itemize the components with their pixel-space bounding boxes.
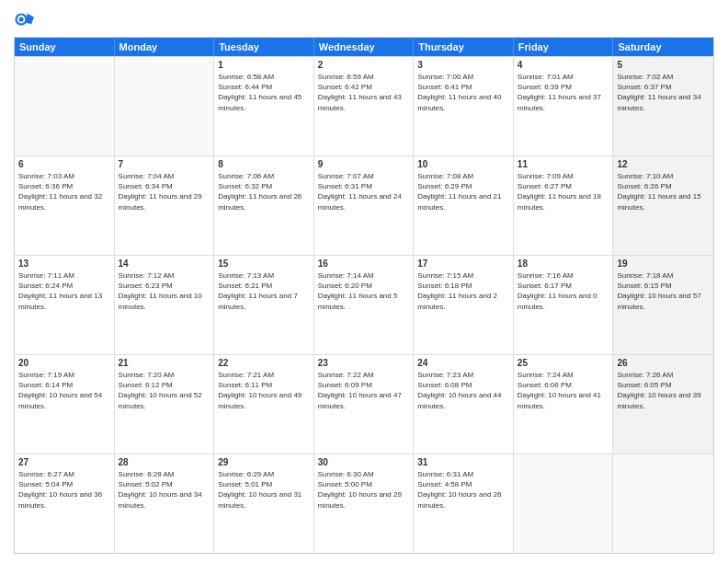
cal-cell-0-3: 2Sunrise: 6:59 AM Sunset: 6:42 PM Daylig…: [314, 57, 415, 155]
svg-point-2: [19, 17, 24, 21]
cell-info: Sunrise: 7:26 AM Sunset: 6:05 PM Dayligh…: [617, 370, 710, 411]
cal-cell-3-5: 25Sunrise: 7:24 AM Sunset: 6:06 PM Dayli…: [514, 355, 614, 454]
day-number: 7: [119, 159, 210, 169]
cell-info: Sunrise: 7:16 AM Sunset: 6:17 PM Dayligh…: [518, 270, 609, 312]
header-day-friday: Friday: [514, 38, 614, 56]
cal-cell-3-4: 24Sunrise: 7:23 AM Sunset: 6:08 PM Dayli…: [414, 355, 514, 454]
cell-info: Sunrise: 7:15 AM Sunset: 6:18 PM Dayligh…: [417, 270, 509, 312]
day-number: 14: [119, 259, 210, 269]
cal-cell-4-0: 27Sunrise: 6:27 AM Sunset: 5:04 PM Dayli…: [15, 454, 115, 553]
cell-info: Sunrise: 7:21 AM Sunset: 6:11 PM Dayligh…: [218, 370, 310, 411]
cal-cell-1-1: 7Sunrise: 7:04 AM Sunset: 6:34 PM Daylig…: [115, 156, 215, 255]
cell-info: Sunrise: 7:24 AM Sunset: 6:06 PM Dayligh…: [518, 370, 609, 411]
cal-cell-0-2: 1Sunrise: 6:58 AM Sunset: 6:44 PM Daylig…: [214, 57, 314, 155]
day-number: 10: [417, 159, 509, 169]
cell-info: Sunrise: 7:13 AM Sunset: 6:21 PM Dayligh…: [218, 270, 310, 312]
calendar-header: SundayMondayTuesdayWednesdayThursdayFrid…: [15, 38, 713, 56]
cell-info: Sunrise: 6:28 AM Sunset: 5:02 PM Dayligh…: [119, 469, 210, 511]
cell-info: Sunrise: 7:18 AM Sunset: 6:15 PM Dayligh…: [617, 270, 710, 312]
cal-cell-0-6: 5Sunrise: 7:02 AM Sunset: 6:37 PM Daylig…: [613, 57, 713, 155]
day-number: 17: [417, 259, 509, 269]
day-number: 18: [518, 259, 609, 269]
cell-info: Sunrise: 7:06 AM Sunset: 6:32 PM Dayligh…: [218, 171, 310, 213]
day-number: 27: [18, 457, 110, 467]
cal-cell-3-6: 26Sunrise: 7:26 AM Sunset: 6:05 PM Dayli…: [613, 355, 713, 454]
cal-cell-3-3: 23Sunrise: 7:22 AM Sunset: 6:09 PM Dayli…: [314, 355, 415, 454]
cell-info: Sunrise: 7:14 AM Sunset: 6:20 PM Dayligh…: [318, 270, 410, 312]
cal-cell-0-1: [115, 57, 215, 155]
cal-cell-1-5: 11Sunrise: 7:09 AM Sunset: 6:27 PM Dayli…: [514, 156, 614, 255]
header: [14, 9, 714, 29]
logo-icon: [14, 9, 34, 29]
cal-cell-3-0: 20Sunrise: 7:19 AM Sunset: 6:14 PM Dayli…: [15, 355, 115, 454]
cal-cell-3-2: 22Sunrise: 7:21 AM Sunset: 6:11 PM Dayli…: [214, 355, 314, 454]
week-row-3: 20Sunrise: 7:19 AM Sunset: 6:14 PM Dayli…: [15, 354, 713, 454]
day-number: 11: [518, 159, 609, 169]
cal-cell-1-3: 9Sunrise: 7:07 AM Sunset: 6:31 PM Daylig…: [314, 156, 415, 255]
logo: [14, 9, 36, 29]
cell-info: Sunrise: 7:02 AM Sunset: 6:37 PM Dayligh…: [617, 72, 710, 113]
cell-info: Sunrise: 7:08 AM Sunset: 6:29 PM Dayligh…: [417, 171, 509, 213]
day-number: 16: [318, 259, 410, 269]
cal-cell-2-5: 18Sunrise: 7:16 AM Sunset: 6:17 PM Dayli…: [514, 256, 614, 354]
header-day-sunday: Sunday: [15, 38, 115, 56]
cal-cell-2-3: 16Sunrise: 7:14 AM Sunset: 6:20 PM Dayli…: [314, 256, 415, 354]
day-number: 1: [218, 60, 310, 70]
cal-cell-4-1: 28Sunrise: 6:28 AM Sunset: 5:02 PM Dayli…: [115, 454, 215, 553]
cell-info: Sunrise: 7:19 AM Sunset: 6:14 PM Dayligh…: [18, 370, 110, 411]
day-number: 26: [617, 358, 710, 368]
day-number: 24: [417, 358, 509, 368]
cell-info: Sunrise: 7:12 AM Sunset: 6:23 PM Dayligh…: [119, 270, 210, 312]
cell-info: Sunrise: 6:30 AM Sunset: 5:00 PM Dayligh…: [318, 469, 410, 511]
day-number: 22: [218, 358, 310, 368]
cell-info: Sunrise: 7:07 AM Sunset: 6:31 PM Dayligh…: [318, 171, 410, 213]
cell-info: Sunrise: 7:20 AM Sunset: 6:12 PM Dayligh…: [119, 370, 210, 411]
cal-cell-4-6: [613, 454, 713, 553]
day-number: 4: [518, 60, 609, 70]
cal-cell-4-5: [514, 454, 614, 553]
cal-cell-1-0: 6Sunrise: 7:03 AM Sunset: 6:36 PM Daylig…: [15, 156, 115, 255]
day-number: 28: [119, 457, 210, 467]
cell-info: Sunrise: 7:09 AM Sunset: 6:27 PM Dayligh…: [518, 171, 609, 213]
cal-cell-0-0: [15, 57, 115, 155]
day-number: 12: [617, 159, 710, 169]
cell-info: Sunrise: 7:00 AM Sunset: 6:41 PM Dayligh…: [417, 72, 509, 113]
header-day-wednesday: Wednesday: [314, 38, 415, 56]
day-number: 21: [119, 358, 210, 368]
header-day-monday: Monday: [115, 38, 215, 56]
day-number: 20: [18, 358, 110, 368]
day-number: 5: [617, 60, 710, 70]
day-number: 25: [518, 358, 609, 368]
cal-cell-0-5: 4Sunrise: 7:01 AM Sunset: 6:39 PM Daylig…: [514, 57, 614, 155]
day-number: 29: [218, 457, 310, 467]
cal-cell-2-4: 17Sunrise: 7:15 AM Sunset: 6:18 PM Dayli…: [414, 256, 514, 354]
cal-cell-2-1: 14Sunrise: 7:12 AM Sunset: 6:23 PM Dayli…: [115, 256, 215, 354]
cell-info: Sunrise: 7:04 AM Sunset: 6:34 PM Dayligh…: [119, 171, 210, 213]
cell-info: Sunrise: 7:23 AM Sunset: 6:08 PM Dayligh…: [417, 370, 509, 411]
cal-cell-4-2: 29Sunrise: 6:29 AM Sunset: 5:01 PM Dayli…: [214, 454, 314, 553]
cal-cell-1-6: 12Sunrise: 7:10 AM Sunset: 6:26 PM Dayli…: [613, 156, 713, 255]
page: SundayMondayTuesdayWednesdayThursdayFrid…: [0, 0, 728, 563]
week-row-4: 27Sunrise: 6:27 AM Sunset: 5:04 PM Dayli…: [15, 454, 713, 553]
day-number: 13: [18, 259, 110, 269]
day-number: 3: [417, 60, 509, 70]
cell-info: Sunrise: 7:11 AM Sunset: 6:24 PM Dayligh…: [18, 270, 110, 312]
cell-info: Sunrise: 6:29 AM Sunset: 5:01 PM Dayligh…: [218, 469, 310, 511]
day-number: 8: [218, 159, 310, 169]
cell-info: Sunrise: 7:10 AM Sunset: 6:26 PM Dayligh…: [617, 171, 710, 213]
day-number: 9: [318, 159, 410, 169]
cal-cell-4-3: 30Sunrise: 6:30 AM Sunset: 5:00 PM Dayli…: [314, 454, 415, 553]
header-day-thursday: Thursday: [414, 38, 514, 56]
day-number: 23: [318, 358, 410, 368]
cal-cell-4-4: 31Sunrise: 6:31 AM Sunset: 4:58 PM Dayli…: [414, 454, 514, 553]
cal-cell-2-0: 13Sunrise: 7:11 AM Sunset: 6:24 PM Dayli…: [15, 256, 115, 354]
cell-info: Sunrise: 6:59 AM Sunset: 6:42 PM Dayligh…: [318, 72, 410, 113]
day-number: 6: [18, 159, 110, 169]
cal-cell-2-6: 19Sunrise: 7:18 AM Sunset: 6:15 PM Dayli…: [613, 256, 713, 354]
cell-info: Sunrise: 6:27 AM Sunset: 5:04 PM Dayligh…: [18, 469, 110, 511]
week-row-2: 13Sunrise: 7:11 AM Sunset: 6:24 PM Dayli…: [15, 255, 713, 354]
cell-info: Sunrise: 6:58 AM Sunset: 6:44 PM Dayligh…: [218, 72, 310, 113]
header-day-saturday: Saturday: [613, 38, 713, 56]
week-row-1: 6Sunrise: 7:03 AM Sunset: 6:36 PM Daylig…: [15, 155, 713, 255]
day-number: 15: [218, 259, 310, 269]
